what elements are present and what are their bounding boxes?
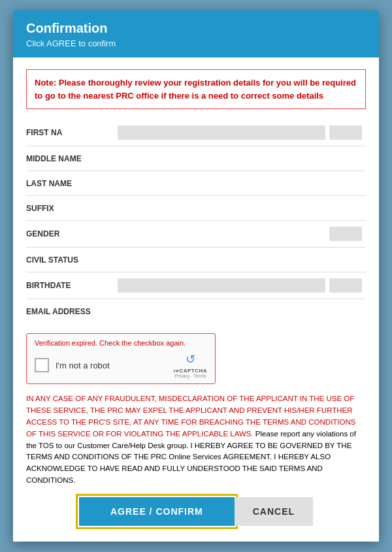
field-label-email: EMAIL ADDRESS [26,307,118,316]
captcha-checkbox[interactable] [35,358,49,372]
field-side-firstname [329,125,362,140]
modal-title: Confirmation [26,21,366,36]
field-label-suffix: SUFFIX [26,204,118,213]
captcha-branding: ↺ reCAPTCHA Privacy - Terms [174,352,207,378]
recaptcha-links: Privacy - Terms [174,374,206,378]
field-row-firstname: FIRST NA [26,120,366,146]
field-row-birthdate: BIRTHDATE [26,272,366,299]
field-row-gender: GENDER [26,221,366,248]
note-box: Note: Please thoroughly review your regi… [26,69,366,109]
captcha-error-text: Verification expired. Check the checkbox… [35,339,207,347]
fields-section: FIRST NA MIDDLE NAME LAST NAME SUFFIX GE… [26,120,366,324]
field-row-civilstatus: CIVIL STATUS [26,248,366,272]
terms-black: Please report any violations of the TOS … [26,430,356,484]
field-value-birthdate [118,278,325,293]
note-text: Note: Please thoroughly review your regi… [35,76,357,102]
field-label-gender: GENDER [26,229,118,238]
button-row: AGREE / CONFIRM CANCEL [26,497,366,526]
captcha-label: I'm not a robot [56,361,110,370]
confirmation-modal: Confirmation Click AGREE to confirm Note… [13,10,379,542]
field-side-birthdate [329,278,362,293]
field-label-lastname: LAST NAME [26,179,118,188]
field-row-lastname: LAST NAME [26,171,366,196]
field-row-suffix: SUFFIX [26,196,366,221]
modal-subtitle: Click AGREE to confirm [26,39,366,48]
captcha-box: Verification expired. Check the checkbox… [26,333,216,384]
captcha-left: I'm not a robot [35,358,110,372]
cancel-button[interactable]: CANCEL [235,497,313,526]
recaptcha-brand: reCAPTCHA [174,368,207,374]
field-label-middlename: MIDDLE NAME [26,154,118,163]
modal-body: Note: Please thoroughly review your regi… [13,57,379,542]
field-side-gender [329,227,362,241]
field-row-middlename: MIDDLE NAME [26,146,366,171]
captcha-section: Verification expired. Check the checkbox… [26,333,366,384]
agree-button[interactable]: AGREE / CONFIRM [79,497,235,526]
captcha-inner: I'm not a robot ↺ reCAPTCHA Privacy - Te… [35,352,207,378]
recaptcha-icon: ↺ [186,352,195,366]
field-row-email: EMAIL ADDRESS [26,299,366,324]
field-label-firstname: FIRST NA [26,128,118,137]
field-label-birthdate: BIRTHDATE [26,281,118,290]
field-value-firstname [118,125,325,140]
terms-text: IN ANY CASE OF ANY FRAUDULENT, MISDECLAR… [26,393,366,487]
modal-header: Confirmation Click AGREE to confirm [13,10,379,57]
field-label-civilstatus: CIVIL STATUS [26,255,118,265]
